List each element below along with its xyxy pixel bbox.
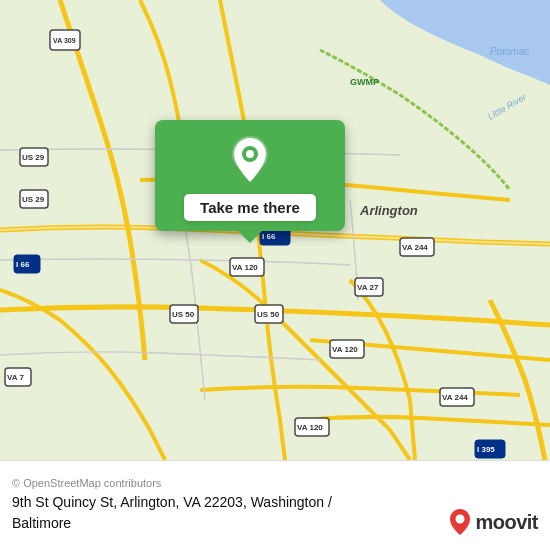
address-city: Baltimore [12,515,71,531]
svg-text:US 29: US 29 [22,195,45,204]
svg-text:VA 309: VA 309 [53,37,76,44]
svg-text:VA 27: VA 27 [357,283,379,292]
svg-text:Arlington: Arlington [359,203,418,218]
svg-text:VA 7: VA 7 [7,373,24,382]
svg-text:VA 120: VA 120 [297,423,323,432]
svg-text:VA 244: VA 244 [442,393,468,402]
info-bar: © OpenStreetMap contributors 9th St Quin… [0,460,550,550]
svg-point-37 [246,150,254,158]
svg-text:US 50: US 50 [172,310,195,319]
svg-text:Potomac: Potomac [490,46,529,57]
svg-text:GWMP: GWMP [350,77,379,87]
moovit-text: moovit [475,511,538,534]
location-popup: Take me there [155,120,345,231]
osm-credit: © OpenStreetMap contributors [12,477,538,489]
svg-text:I 66: I 66 [262,232,276,241]
popup-pin-area [228,120,272,194]
svg-text:US 29: US 29 [22,153,45,162]
moovit-logo: moovit [449,508,538,536]
svg-text:I 66: I 66 [16,260,30,269]
svg-text:I 395: I 395 [477,445,495,454]
svg-text:VA 244: VA 244 [402,243,428,252]
address-main: 9th St Quincy St, Arlington, VA 22203, W… [12,494,332,510]
svg-text:US 50: US 50 [257,310,280,319]
location-pin-icon [228,134,272,186]
moovit-pin-icon [449,508,471,536]
svg-point-38 [456,515,465,524]
svg-text:VA 120: VA 120 [332,345,358,354]
take-me-there-button[interactable]: Take me there [184,194,316,221]
svg-text:VA 120: VA 120 [232,263,258,272]
